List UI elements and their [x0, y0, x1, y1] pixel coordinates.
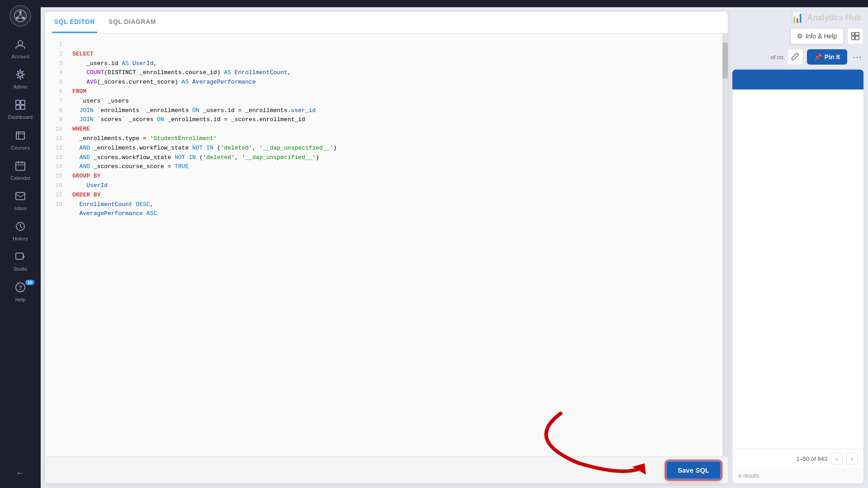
sidebar-item-label: Help [15, 297, 26, 303]
sidebar-item-label: History [13, 236, 28, 242]
prev-page-button[interactable]: ‹ [831, 453, 843, 465]
top-strip [41, 0, 868, 7]
logo-icon [9, 5, 31, 27]
calendar-icon [14, 160, 26, 174]
right-side-panel: 📊 Analytics Hub ⚙ Info & Help [732, 12, 863, 483]
svg-rect-27 [852, 33, 854, 35]
analytics-hub-title-row: 📊 Analytics Hub [732, 12, 863, 23]
results-card: 1–50 of 843 ‹ › e results. [732, 70, 863, 483]
svg-line-5 [18, 14, 20, 17]
editor-bottom-bar: Save SQL [45, 456, 728, 483]
sidebar-bottom: ← [0, 462, 41, 483]
pagination-row: 1–50 of 843 ‹ › [732, 449, 863, 468]
page-wrapper: Account Admin Dashboard [0, 0, 868, 488]
help-icon: ? [14, 282, 26, 295]
analytics-hub-label: Analytics Hub [807, 13, 861, 23]
courses-icon [14, 130, 26, 143]
svg-rect-20 [16, 192, 25, 200]
sidebar-item-label: Account [11, 54, 29, 60]
save-sql-button[interactable]: Save SQL [666, 461, 721, 479]
sidebar-item-label: Courses [11, 145, 30, 151]
sql-tabs: SQL EDITOR SQL DIAGRAM [45, 12, 728, 33]
svg-rect-30 [855, 36, 859, 40]
sidebar-item-label: Calendar [10, 175, 31, 181]
info-help-label: Info & Help [806, 33, 837, 40]
action-row: of co 📌 Pin It ⋯ [732, 49, 863, 65]
sidebar-item-studio[interactable]: Studio [0, 246, 41, 277]
sidebar-item-calendar[interactable]: Calendar [0, 155, 41, 186]
pin-it-label: Pin It [825, 53, 840, 61]
svg-rect-9 [16, 100, 20, 104]
svg-point-8 [19, 73, 22, 76]
sidebar-item-history[interactable]: History [0, 216, 41, 246]
dashboard-icon [14, 99, 26, 113]
sidebar-logo[interactable] [9, 5, 32, 27]
pin-icon: 📌 [814, 53, 822, 61]
scrollbar-thumb[interactable] [722, 42, 728, 79]
svg-marker-23 [23, 254, 25, 259]
sidebar-item-admin[interactable]: Admin [0, 64, 41, 94]
help-badge: 10 [25, 280, 34, 285]
svg-rect-10 [21, 100, 25, 104]
sidebar-item-account[interactable]: Account [0, 34, 41, 64]
sidebar-item-label: Dashboard [8, 114, 33, 120]
svg-rect-11 [16, 105, 20, 109]
sidebar-item-courses[interactable]: Courses [0, 125, 41, 155]
sidebar-item-label: Studio [13, 266, 27, 272]
scrollbar[interactable] [722, 33, 728, 456]
studio-icon [14, 251, 26, 264]
sidebar-collapse-button[interactable]: ← [14, 462, 27, 483]
svg-point-7 [18, 41, 23, 45]
grid-icon-button[interactable] [847, 28, 863, 44]
sidebar-item-dashboard[interactable]: Dashboard [0, 94, 41, 125]
svg-rect-29 [852, 36, 854, 40]
line-numbers: 12345 678910 1112131415 161718 [45, 33, 68, 456]
svg-text:?: ? [19, 284, 22, 291]
svg-line-4 [20, 14, 23, 17]
pin-it-button[interactable]: 📌 Pin It [807, 49, 847, 65]
sql-editor-panel: SQL EDITOR SQL DIAGRAM 12345 678910 1112… [45, 12, 728, 483]
sidebar-item-inbox[interactable]: Inbox [0, 186, 41, 216]
svg-rect-28 [855, 33, 859, 35]
of-co-text: of co [771, 54, 783, 61]
svg-point-1 [19, 11, 22, 14]
history-icon [14, 221, 26, 234]
svg-rect-13 [16, 132, 24, 139]
pagination-text: 1–50 of 843 [796, 455, 827, 462]
sidebar-item-help[interactable]: 10 ? Help [0, 277, 41, 307]
sidebar: Account Admin Dashboard [0, 0, 41, 488]
main-wrapper: SQL EDITOR SQL DIAGRAM 12345 678910 1112… [41, 0, 868, 488]
info-help-row: ⚙ Info & Help [732, 28, 863, 44]
svg-rect-22 [16, 253, 23, 259]
sidebar-item-label: Admin [13, 84, 27, 90]
account-icon [14, 38, 26, 52]
code-editor[interactable]: 12345 678910 1112131415 161718 SELECT _u… [45, 33, 728, 456]
results-header-bar [732, 70, 863, 89]
body-area: SQL EDITOR SQL DIAGRAM 12345 678910 1112… [41, 7, 868, 488]
inbox-icon [14, 190, 26, 204]
sidebar-item-label: Inbox [14, 206, 27, 211]
results-note: e results. [732, 468, 863, 483]
svg-rect-12 [21, 105, 25, 109]
admin-icon [14, 69, 26, 82]
svg-rect-16 [16, 162, 25, 170]
tab-sql-diagram[interactable]: SQL DIAGRAM [106, 12, 158, 33]
next-page-button[interactable]: › [846, 453, 858, 465]
gear-icon: ⚙ [797, 33, 803, 40]
paperclip-icon-button[interactable] [787, 49, 803, 65]
results-spacer [732, 89, 863, 449]
more-options-button[interactable]: ⋯ [851, 52, 863, 62]
analytics-bar-icon: 📊 [791, 12, 803, 23]
svg-marker-26 [632, 459, 650, 475]
results-footer: 1–50 of 843 ‹ › e results. [732, 449, 863, 483]
info-help-button[interactable]: ⚙ Info & Help [790, 28, 844, 44]
tab-sql-editor[interactable]: SQL EDITOR [52, 12, 97, 33]
code-content[interactable]: SELECT _users.id AS UserId, COUNT(DISTIN… [68, 33, 722, 456]
